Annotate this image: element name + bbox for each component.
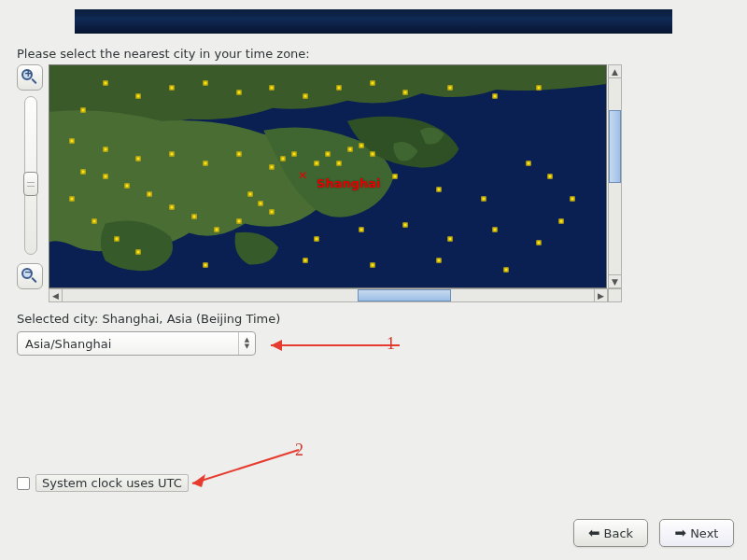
city-dot[interactable]	[136, 94, 141, 99]
city-dot[interactable]	[69, 138, 74, 143]
selected-city-marker	[301, 174, 310, 183]
city-dot[interactable]	[203, 81, 207, 86]
city-dot[interactable]	[114, 236, 119, 241]
map-vscroll-thumb[interactable]	[609, 110, 621, 183]
back-button[interactable]: ⬅ Back	[573, 519, 648, 547]
zoom-out-button[interactable]: −	[17, 263, 43, 289]
city-dot[interactable]	[236, 90, 241, 94]
city-dot[interactable]	[492, 94, 497, 99]
scroll-left-icon[interactable]: ◀	[49, 289, 63, 301]
city-dot[interactable]	[537, 241, 542, 245]
city-dot[interactable]	[247, 192, 252, 197]
city-dot[interactable]	[571, 196, 575, 201]
arrow-right-icon: ➡	[675, 526, 687, 540]
city-dot[interactable]	[270, 210, 275, 215]
scrollbar-corner	[608, 288, 622, 302]
utc-checkbox-label[interactable]: System clock uses UTC	[35, 474, 189, 492]
city-dot[interactable]	[336, 85, 341, 90]
city-dot[interactable]	[270, 165, 275, 170]
annotation-arrow-2	[181, 444, 312, 494]
city-dot[interactable]	[148, 192, 152, 197]
city-dot[interactable]	[392, 175, 397, 179]
city-dot[interactable]	[80, 170, 85, 175]
city-dot[interactable]	[236, 218, 241, 223]
city-dot[interactable]	[548, 175, 553, 179]
zoom-slider-track[interactable]	[24, 96, 37, 255]
city-dot[interactable]	[136, 156, 141, 161]
city-dot[interactable]	[69, 196, 74, 201]
city-dot[interactable]	[359, 143, 363, 147]
city-dot[interactable]	[303, 259, 308, 263]
city-dot[interactable]	[437, 188, 442, 192]
timezone-map-container: + −	[17, 64, 622, 302]
next-button[interactable]: ➡ Next	[659, 519, 734, 547]
selected-city-map-label: Shanghai	[317, 176, 380, 190]
timezone-combobox[interactable]: Asia/Shanghai ▲▼	[17, 331, 256, 356]
city-dot[interactable]	[281, 156, 286, 161]
city-dot[interactable]	[259, 201, 263, 205]
city-dot[interactable]	[370, 263, 374, 268]
city-dot[interactable]	[136, 249, 141, 254]
combobox-spinner-icon[interactable]: ▲▼	[238, 332, 255, 355]
svg-marker-3	[192, 474, 205, 487]
city-dot[interactable]	[503, 267, 508, 272]
scroll-down-icon[interactable]: ▼	[609, 274, 621, 287]
city-dot[interactable]	[203, 161, 207, 165]
city-dot[interactable]	[170, 205, 175, 210]
city-dot[interactable]	[270, 85, 275, 90]
zoom-out-icon: −	[21, 268, 38, 285]
timezone-prompt: Please select the nearest city in your t…	[17, 47, 730, 61]
utc-row: System clock uses UTC	[17, 474, 189, 492]
city-dot[interactable]	[481, 196, 486, 201]
city-dot[interactable]	[370, 81, 374, 86]
map-vertical-scrollbar[interactable]: ▲ ▼	[608, 64, 622, 288]
map-horizontal-scrollbar[interactable]: ◀ ▶	[49, 288, 608, 302]
utc-checkbox[interactable]	[17, 477, 30, 490]
city-dot[interactable]	[437, 259, 442, 263]
city-dot[interactable]	[236, 152, 241, 157]
city-dot[interactable]	[336, 161, 341, 165]
map-frame: Shanghai ▲ ▼ ◀ ▶	[49, 64, 622, 302]
next-button-label: Next	[690, 526, 718, 540]
city-dot[interactable]	[370, 152, 374, 157]
city-dot[interactable]	[191, 214, 196, 218]
back-button-label: Back	[604, 526, 634, 540]
city-dot[interactable]	[214, 228, 218, 232]
city-dot[interactable]	[448, 85, 453, 90]
city-dot[interactable]	[448, 236, 453, 241]
city-dot[interactable]	[403, 223, 408, 228]
city-dot[interactable]	[125, 183, 130, 188]
city-dot[interactable]	[103, 175, 107, 179]
city-dot[interactable]	[315, 236, 319, 241]
header-banner	[75, 9, 672, 34]
city-dot[interactable]	[103, 147, 107, 152]
city-dot[interactable]	[537, 85, 542, 90]
map-hscroll-thumb[interactable]	[358, 289, 451, 301]
content-area: Please select the nearest city in your t…	[17, 47, 730, 356]
city-dot[interactable]	[303, 94, 308, 99]
city-dot[interactable]	[92, 218, 96, 223]
city-dot[interactable]	[292, 152, 297, 157]
arrow-left-icon: ⬅	[588, 526, 600, 540]
city-dot[interactable]	[203, 263, 207, 268]
city-dot[interactable]	[170, 85, 175, 90]
scroll-right-icon[interactable]: ▶	[594, 289, 607, 301]
city-dot[interactable]	[403, 90, 408, 94]
city-dot[interactable]	[80, 107, 85, 112]
timezone-value: Asia/Shanghai	[18, 337, 238, 351]
zoom-in-button[interactable]: +	[17, 64, 43, 91]
selected-city-text: Selected city: Shanghai, Asia (Beijing T…	[17, 312, 730, 326]
zoom-slider-thumb[interactable]	[23, 172, 38, 196]
city-dot[interactable]	[315, 161, 319, 165]
city-dot[interactable]	[559, 218, 564, 223]
scroll-up-icon[interactable]: ▲	[609, 65, 621, 78]
city-dot[interactable]	[170, 152, 175, 157]
city-dot[interactable]	[526, 161, 530, 165]
city-dot[interactable]	[347, 147, 352, 152]
timezone-map[interactable]: Shanghai	[49, 64, 607, 288]
city-dot[interactable]	[103, 81, 107, 86]
city-dot[interactable]	[326, 152, 331, 157]
city-dot[interactable]	[492, 228, 497, 232]
city-dot[interactable]	[359, 228, 363, 232]
svg-line-2	[192, 450, 299, 483]
